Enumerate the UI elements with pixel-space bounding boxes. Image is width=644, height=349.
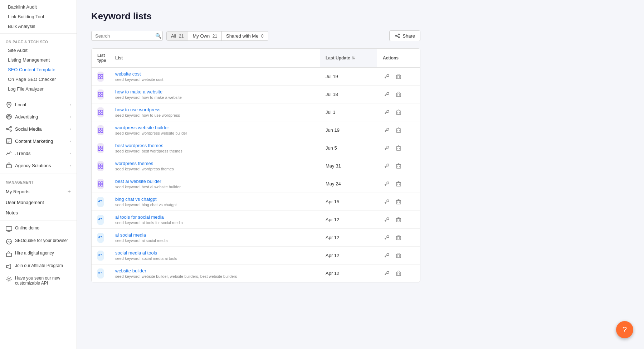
keyword-link[interactable]: how to use wordpress — [115, 107, 160, 112]
cell-actions — [377, 69, 420, 84]
sidebar-item-online-demo[interactable]: Online demo — [0, 223, 77, 235]
delete-button[interactable] — [394, 162, 403, 170]
delete-button[interactable] — [394, 251, 403, 260]
sidebar-item-backlink-audit[interactable]: Backlink Audit — [0, 2, 77, 12]
keyword-link[interactable]: social media ai tools — [115, 250, 157, 256]
search-input[interactable] — [95, 33, 155, 39]
section-label-management: MANAGEMENT — [0, 176, 77, 186]
type-icon — [97, 143, 104, 153]
help-button[interactable]: ? — [616, 321, 633, 338]
sidebar-item-hire-agency[interactable]: Hire a digital agency — [0, 248, 77, 260]
sidebar-label-api: Have you seen our new customizable API — [15, 276, 71, 286]
svg-rect-60 — [98, 128, 100, 130]
add-to-list-button[interactable] — [383, 233, 391, 242]
cell-actions — [377, 194, 420, 210]
sidebar-item-site-audit[interactable]: Site Audit — [0, 45, 77, 55]
add-to-list-button[interactable] — [383, 126, 391, 135]
filter-all-button[interactable]: All 21 — [167, 31, 188, 40]
sidebar-item-bulk-analysis[interactable]: Bulk Analysis — [0, 21, 77, 31]
quake-icon: SQ — [6, 238, 12, 245]
cell-type — [92, 140, 109, 157]
cell-actions — [377, 212, 420, 228]
svg-rect-72 — [101, 146, 103, 147]
filter-my-own-button[interactable]: My Own 21 — [188, 31, 221, 40]
date-value: Jul 19 — [326, 74, 338, 79]
svg-rect-61 — [101, 128, 103, 130]
sidebar-item-listing-management[interactable]: Listing Management — [0, 55, 77, 65]
add-to-list-button[interactable] — [383, 162, 391, 170]
share-button[interactable]: Share — [389, 30, 420, 41]
delete-button[interactable] — [394, 233, 403, 242]
add-to-list-button[interactable] — [383, 180, 391, 188]
keyword-link[interactable]: ai social media — [115, 232, 146, 238]
cell-actions — [377, 105, 420, 120]
table-row: ai social media seed keyword: ai social … — [92, 229, 420, 247]
sidebar-item-trends[interactable]: .Trends › — [0, 147, 77, 159]
seed-label: seed keyword: bing chat vs chatgpt — [115, 203, 177, 207]
add-to-list-button[interactable] — [383, 108, 391, 117]
add-to-list-button[interactable] — [383, 198, 391, 206]
sidebar-item-on-page-seo-checker[interactable]: On Page SEO Checker — [0, 74, 77, 84]
keyword-link[interactable]: how to make a website — [115, 89, 162, 94]
add-to-list-button[interactable] — [383, 269, 391, 278]
table-body: website cost seed keyword: website cost … — [92, 68, 420, 282]
keyword-link[interactable]: bing chat vs chatgpt — [115, 197, 157, 202]
svg-point-111 — [387, 218, 389, 220]
keyword-link[interactable]: website cost — [115, 71, 141, 77]
keyword-link[interactable]: best wordpress themes — [115, 143, 163, 148]
delete-button[interactable] — [394, 126, 403, 135]
svg-rect-73 — [98, 148, 100, 150]
cell-date: Jul 1 — [320, 106, 377, 118]
sidebar-item-seoquake[interactable]: SQ SEOquake for your browser — [0, 235, 77, 248]
cell-date: Apr 12 — [320, 249, 377, 262]
date-value: Apr 12 — [326, 217, 339, 222]
add-to-list-button[interactable] — [383, 215, 391, 224]
col-last-update[interactable]: Last Update ⇅ — [320, 49, 377, 67]
keyword-link[interactable]: wordpress website builder — [115, 125, 169, 130]
sidebar-item-affiliate[interactable]: Join our Affiliate Program — [0, 260, 77, 273]
add-to-list-button[interactable] — [383, 72, 391, 81]
filter-group: All 21 My Own 21 Shared with Me 0 — [166, 31, 268, 41]
keyword-link[interactable]: wordpress themes — [115, 161, 153, 166]
delete-button[interactable] — [394, 72, 403, 81]
sidebar-item-my-reports[interactable]: My Reports + — [0, 186, 77, 197]
delete-button[interactable] — [394, 269, 403, 278]
sidebar-item-user-management[interactable]: User Management — [0, 197, 77, 208]
add-to-list-button[interactable] — [383, 144, 391, 152]
keyword-link[interactable]: ai tools for social media — [115, 214, 164, 220]
sidebar-item-local[interactable]: Local › — [0, 98, 77, 111]
keyword-link[interactable]: best ai website builder — [115, 179, 161, 184]
delete-button[interactable] — [394, 90, 403, 99]
chevron-icon-agency-solutions: › — [70, 164, 71, 168]
svg-point-4 — [10, 126, 11, 128]
sidebar-item-notes[interactable]: Notes — [0, 208, 77, 218]
sidebar-item-content-marketing[interactable]: Content Marketing › — [0, 135, 77, 147]
keyword-link[interactable]: website builder — [115, 268, 146, 273]
add-to-list-button[interactable] — [383, 251, 391, 260]
sidebar-item-link-building-tool[interactable]: Link Building Tool — [0, 12, 77, 21]
sidebar-item-advertising[interactable]: Advertising › — [0, 111, 77, 123]
svg-rect-49 — [98, 110, 100, 112]
sidebar-label-notes: Notes — [6, 210, 71, 215]
cell-name: how to make a website seed keyword: how … — [109, 86, 320, 103]
add-to-list-button[interactable] — [383, 90, 391, 99]
sidebar-item-api[interactable]: Have you seen our new customizable API — [0, 273, 77, 289]
add-report-icon[interactable]: + — [68, 188, 71, 195]
cell-type — [92, 157, 109, 175]
delete-button[interactable] — [394, 144, 403, 152]
delete-button[interactable] — [394, 198, 403, 206]
svg-rect-83 — [101, 164, 103, 165]
sidebar-item-log-file-analyzer[interactable]: Log File Analyzer — [0, 84, 77, 94]
megaphone-icon — [6, 263, 12, 270]
sidebar-item-social-media[interactable]: Social Media › — [0, 123, 77, 135]
cell-type — [92, 122, 109, 139]
date-value: Jul 1 — [326, 110, 335, 115]
filter-shared-button[interactable]: Shared with Me 0 — [222, 31, 268, 40]
delete-button[interactable] — [394, 215, 403, 224]
sidebar-label-agency-solutions: Agency Solutions — [15, 163, 68, 168]
sidebar-item-seo-content-template[interactable]: SEO Content Template — [0, 65, 77, 74]
svg-point-42 — [387, 92, 389, 94]
delete-button[interactable] — [394, 180, 403, 188]
delete-button[interactable] — [394, 108, 403, 117]
sidebar-item-agency-solutions[interactable]: Agency Solutions › — [0, 159, 77, 171]
